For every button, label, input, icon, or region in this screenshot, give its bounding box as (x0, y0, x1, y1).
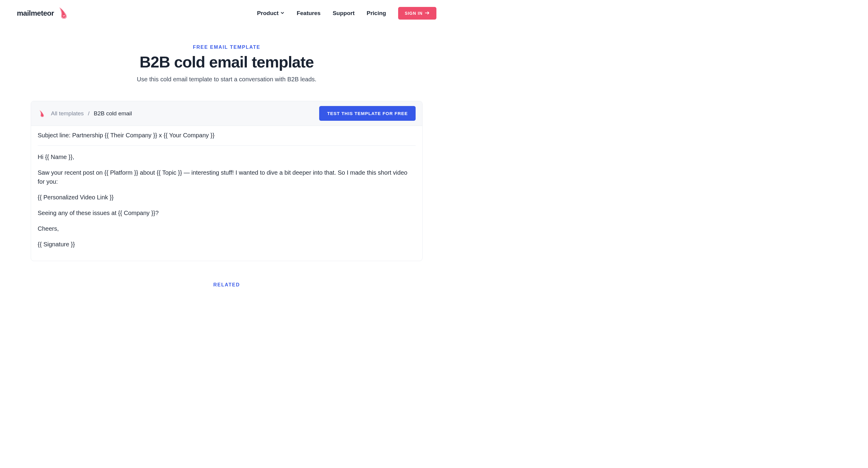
email-greeting: Hi {{ Name }}, (38, 153, 415, 161)
nav-pricing[interactable]: Pricing (367, 10, 386, 16)
breadcrumb-current: B2B cold email (94, 110, 132, 117)
subject-label: Subject line: (38, 132, 72, 138)
chevron-down-icon (280, 10, 284, 16)
email-signature: {{ Signature }} (38, 240, 415, 249)
signin-label: SIGN IN (405, 11, 423, 16)
nav-product[interactable]: Product (257, 10, 285, 16)
logo-text: mailmeteor (17, 9, 54, 18)
template-card: All templates / B2B cold email TEST THIS… (31, 101, 423, 261)
nav-features[interactable]: Features (297, 10, 320, 16)
card-header: All templates / B2B cold email TEST THIS… (31, 101, 422, 126)
navbar: mailmeteor Product Features Support Pric… (0, 0, 453, 27)
eyebrow: FREE EMAIL TEMPLATE (0, 44, 453, 50)
nav-support[interactable]: Support (333, 10, 355, 16)
subject-value: Partnership {{ Their Company }} x {{ You… (72, 132, 215, 138)
subject-line: Subject line: Partnership {{ Their Compa… (38, 132, 415, 146)
meteor-icon (56, 6, 71, 21)
email-para-2: Saw your recent post on {{ Platform }} a… (38, 168, 415, 186)
related-section: RELATED (0, 282, 453, 291)
nav-product-label: Product (257, 10, 279, 16)
page-title: B2B cold email template (0, 53, 453, 71)
arrow-right-icon (425, 11, 430, 16)
breadcrumb-separator: / (88, 110, 90, 117)
email-video-link: {{ Personalized Video Link }} (38, 193, 415, 202)
card-body: Subject line: Partnership {{ Their Compa… (31, 126, 422, 261)
test-template-button[interactable]: TEST THIS TEMPLATE FOR FREE (319, 106, 415, 121)
hero: FREE EMAIL TEMPLATE B2B cold email templ… (0, 27, 453, 95)
email-para-4: Seeing any of these issues at {{ Company… (38, 208, 415, 218)
email-signoff: Cheers, (38, 224, 415, 233)
nav-links: Product Features Support Pricing SIGN IN (257, 7, 436, 20)
email-body: Hi {{ Name }}, Saw your recent post on {… (38, 153, 415, 249)
related-label: RELATED (0, 282, 453, 288)
meteor-small-icon (38, 109, 47, 118)
logo[interactable]: mailmeteor (17, 6, 71, 21)
breadcrumb: All templates / B2B cold email (38, 109, 132, 118)
subtitle: Use this cold email template to start a … (0, 76, 453, 83)
signin-button[interactable]: SIGN IN (398, 7, 436, 20)
breadcrumb-all-templates[interactable]: All templates (51, 110, 84, 117)
